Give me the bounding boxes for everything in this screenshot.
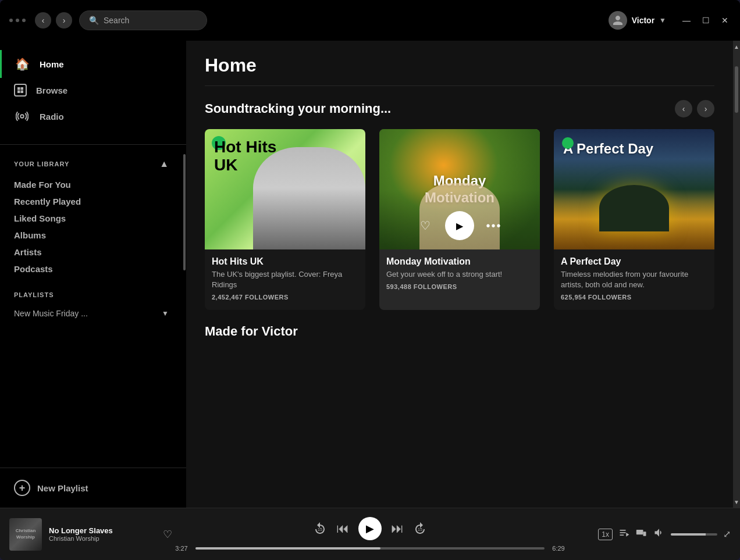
play-button[interactable]: ▶ [445, 211, 474, 240]
made-for-section: Made for Victor [186, 324, 733, 358]
track-text: No Longer Slaves Christian Worship [49, 526, 151, 542]
user-section[interactable]: Victor ▼ [609, 11, 666, 30]
playlists-title: PLAYLISTS [14, 291, 169, 298]
replay-15-button[interactable]: 15 [313, 522, 327, 536]
svg-text:15: 15 [318, 527, 322, 532]
track-artist: Christian Worship [49, 535, 151, 542]
player-controls: 15 ⏮ ▶ ⏭ 15 3:27 6:29 [172, 517, 568, 552]
title-bar: ‹ › 🔍 Victor ▼ — ☐ ✕ [0, 0, 740, 41]
card-info-monday: Monday Motivation Get your week off to a… [379, 249, 540, 290]
back-button[interactable]: ‹ [35, 12, 51, 28]
svg-rect-11 [636, 530, 643, 534]
chevron-down-icon: ▼ [659, 16, 666, 24]
sidebar: 🏠 Home Browse Radio [0, 41, 186, 508]
sidebar-item-artists[interactable]: Artists [14, 244, 169, 261]
nav-arrows: ‹ › [35, 12, 72, 28]
queue-icon[interactable] [618, 527, 630, 541]
scroll-down-button[interactable]: ▼ [733, 496, 740, 508]
svg-point-4 [20, 115, 24, 118]
search-input[interactable] [104, 16, 197, 25]
sidebar-item-home[interactable]: 🏠 Home [0, 50, 186, 78]
speed-button[interactable]: 1x [598, 529, 613, 540]
card-monday-motivation[interactable]: MondayMotivation ♡ ▶ ••• [379, 129, 540, 310]
close-button[interactable]: ✕ [719, 13, 731, 27]
next-button[interactable]: ⏭ [391, 521, 404, 536]
scrollbar-thumb [735, 66, 738, 113]
volume-bar[interactable] [671, 533, 717, 536]
forward-button[interactable]: › [56, 12, 72, 28]
card-title: Hot Hits UK [212, 256, 358, 267]
avatar [609, 11, 627, 30]
browse-icon [14, 84, 27, 97]
card-followers: 593,488 FOLLOWERS [386, 283, 533, 290]
library-header: YOUR LIBRARY ▲ [14, 159, 169, 169]
sidebar-library-scroll: YOUR LIBRARY ▲ Made For You Recently Pla… [0, 149, 186, 468]
soundtracking-section: Soundtracking your morning... ‹ › Hot Hi… [186, 86, 733, 324]
section-next-button[interactable]: › [697, 100, 714, 117]
scroll-up-button[interactable]: ▲ [733, 41, 740, 52]
maximize-button[interactable]: ☐ [700, 13, 712, 27]
sidebar-item-made-for-you[interactable]: Made For You [14, 176, 169, 193]
section-header: Soundtracking your morning... ‹ › [205, 100, 714, 117]
time-total: 6:29 [549, 545, 568, 552]
card-description: Timeless melodies from your favourite ar… [561, 269, 707, 290]
card-title: Monday Motivation [386, 256, 533, 267]
forward-15-button[interactable]: 15 [413, 522, 427, 536]
library-section: YOUR LIBRARY ▲ Made For You Recently Pla… [0, 149, 183, 282]
fullscreen-button[interactable]: ⤢ [723, 529, 731, 540]
search-bar[interactable]: 🔍 [79, 10, 207, 30]
progress-bar[interactable] [195, 547, 545, 550]
sidebar-item-label: Radio [40, 112, 64, 122]
radio-icon [14, 108, 30, 124]
right-scrollbar: ▲ ▼ [733, 41, 740, 508]
svg-rect-9 [620, 534, 624, 536]
window-controls: — ☐ ✕ [680, 13, 731, 27]
new-playlist-button[interactable]: + New Playlist [0, 468, 186, 508]
now-playing-bar: ChristianWorship No Longer Slaves Christ… [0, 508, 740, 560]
volume-icon[interactable] [653, 527, 665, 541]
sidebar-item-radio[interactable]: Radio [0, 102, 186, 130]
playlists-section: PLAYLISTS New Music Friday ... ▼ [0, 282, 183, 326]
track-name: No Longer Slaves [49, 526, 151, 535]
svg-rect-0 [17, 87, 20, 90]
playlist-item[interactable]: New Music Friday ... ▼ [14, 305, 169, 322]
control-buttons: 15 ⏮ ▶ ⏭ 15 [313, 517, 427, 540]
svg-rect-8 [620, 532, 626, 533]
card-perfect-day[interactable]: A Perfect Day A Perfect Day Timeless mel… [554, 129, 714, 310]
extra-controls: 1x ⤢ [568, 527, 731, 541]
track-thumb-label: ChristianWorship [16, 528, 36, 540]
card-followers: 625,954 FOLLOWERS [561, 294, 707, 301]
card-hot-hits-uk[interactable]: Hot HitsUK Hot Hits UK The UK's biggest … [205, 129, 365, 310]
track-like-button[interactable]: ♡ [163, 528, 172, 541]
sidebar-item-label: Home [40, 59, 64, 69]
progress-bar-wrapper: 3:27 6:29 [172, 545, 568, 552]
track-info: ChristianWorship No Longer Slaves Christ… [9, 518, 172, 551]
home-icon: 🏠 [14, 56, 30, 72]
minimize-button[interactable]: — [680, 13, 693, 27]
sidebar-item-recently-played[interactable]: Recently Played [14, 193, 169, 210]
sidebar-item-albums[interactable]: Albums [14, 227, 169, 244]
devices-icon[interactable] [636, 527, 648, 541]
card-info-hot-hits: Hot Hits UK The UK's biggest playlist. C… [205, 249, 365, 301]
svg-rect-2 [17, 91, 20, 94]
sidebar-item-label: Browse [36, 85, 67, 95]
page-title: Home [205, 55, 714, 76]
progress-fill [195, 547, 380, 550]
more-options-button[interactable]: ••• [483, 215, 504, 236]
content-area: Home Soundtracking your morning... ‹ › [186, 41, 733, 508]
svg-marker-10 [626, 533, 629, 537]
like-button[interactable]: ♡ [415, 215, 436, 236]
section-prev-button[interactable]: ‹ [675, 100, 692, 117]
play-pause-button[interactable]: ▶ [358, 517, 382, 540]
previous-button[interactable]: ⏮ [336, 521, 349, 536]
user-name: Victor [632, 16, 654, 25]
sidebar-item-browse[interactable]: Browse [0, 78, 186, 102]
sidebar-item-liked-songs[interactable]: Liked Songs [14, 210, 169, 227]
library-title: YOUR LIBRARY [14, 160, 69, 167]
card-image-perfect-day: A Perfect Day [554, 129, 714, 249]
search-icon: 🔍 [89, 16, 99, 25]
sidebar-library-content: YOUR LIBRARY ▲ Made For You Recently Pla… [0, 149, 183, 468]
library-collapse-button[interactable]: ▲ [159, 159, 169, 169]
sidebar-item-podcasts[interactable]: Podcasts [14, 261, 169, 277]
menu-dots[interactable] [9, 19, 26, 22]
